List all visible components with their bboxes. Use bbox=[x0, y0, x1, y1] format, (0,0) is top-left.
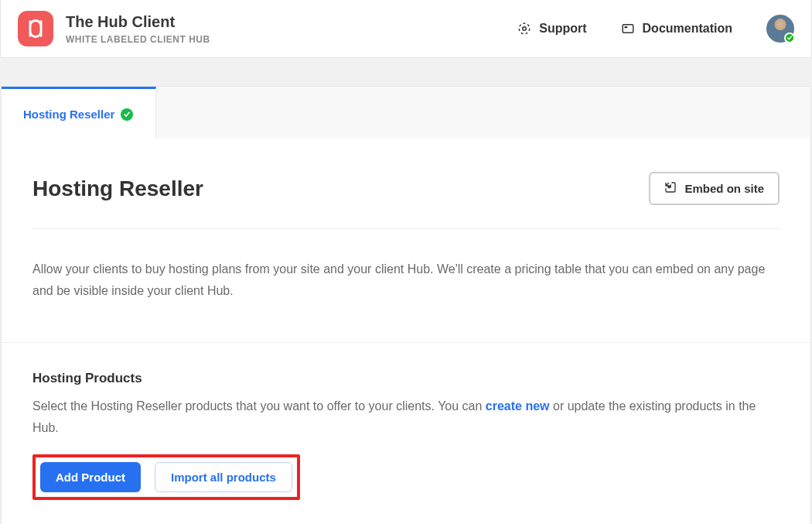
page-description: Allow your clients to buy hosting plans … bbox=[2, 229, 810, 342]
page-title: Hosting Reseller bbox=[32, 176, 203, 201]
support-label: Support bbox=[539, 22, 586, 36]
svg-point-0 bbox=[519, 23, 530, 34]
title-block: The Hub Client WHITE LABELED CLIENT HUB bbox=[66, 12, 210, 45]
app-header: The Hub Client WHITE LABELED CLIENT HUB … bbox=[0, 0, 812, 58]
embed-on-site-button[interactable]: Embed on site bbox=[649, 172, 780, 205]
page-body: Hosting Reseller Hosting Reseller Embed … bbox=[0, 58, 812, 524]
content-card: Hosting Reseller Embed on site Allow you… bbox=[1, 138, 811, 524]
svg-rect-2 bbox=[623, 25, 633, 33]
svg-point-1 bbox=[523, 27, 527, 31]
check-icon bbox=[121, 108, 133, 121]
documentation-link[interactable]: Documentation bbox=[621, 22, 732, 36]
app-logo bbox=[18, 11, 53, 46]
documentation-icon bbox=[621, 22, 635, 36]
hosting-products-title: Hosting Products bbox=[32, 371, 780, 386]
embed-button-label: Embed on site bbox=[684, 182, 764, 195]
app-title: The Hub Client bbox=[66, 12, 210, 31]
online-badge-icon bbox=[784, 33, 795, 43]
hosting-products-description: Select the Hosting Reseller products tha… bbox=[32, 396, 780, 439]
app-subtitle: WHITE LABELED CLIENT HUB bbox=[66, 34, 210, 45]
support-link[interactable]: Support bbox=[517, 22, 586, 36]
tab-label: Hosting Reseller bbox=[23, 108, 114, 121]
tab-row: Hosting Reseller bbox=[1, 86, 811, 138]
svg-rect-3 bbox=[624, 26, 627, 28]
documentation-label: Documentation bbox=[643, 22, 732, 36]
hosting-products-section: Hosting Products Select the Hosting Rese… bbox=[2, 343, 810, 524]
user-avatar-wrap[interactable] bbox=[766, 15, 794, 43]
page-title-row: Hosting Reseller Embed on site bbox=[2, 138, 810, 228]
tab-hosting-reseller[interactable]: Hosting Reseller bbox=[2, 87, 156, 138]
add-product-button[interactable]: Add Product bbox=[40, 462, 141, 492]
product-buttons-highlight: Add Product Import all products bbox=[32, 454, 300, 500]
embed-icon bbox=[664, 181, 677, 196]
hub-logo-icon bbox=[25, 18, 46, 39]
create-new-link[interactable]: create new bbox=[486, 399, 550, 413]
support-icon bbox=[517, 22, 531, 36]
import-all-products-button[interactable]: Import all products bbox=[155, 462, 292, 492]
desc-text-before: Select the Hosting Reseller products tha… bbox=[32, 399, 486, 413]
